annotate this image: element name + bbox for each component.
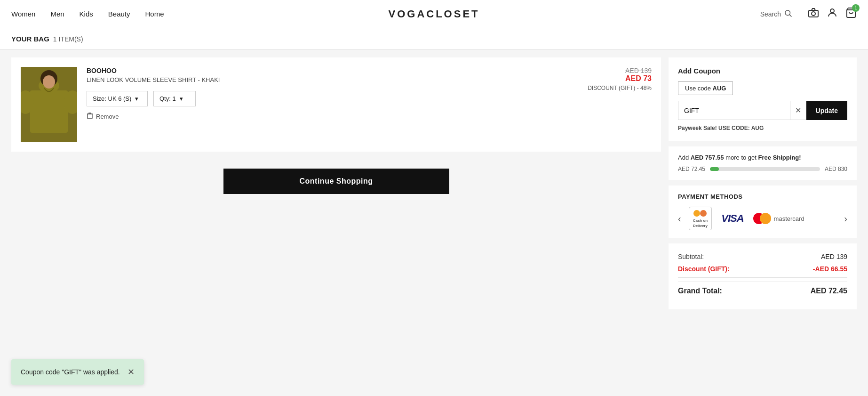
continue-shopping-area: Continue Shopping <box>11 159 661 203</box>
site-logo[interactable]: VOGACLOSET <box>388 8 479 20</box>
grand-total-label: Grand Total: <box>678 287 722 295</box>
svg-rect-8 <box>30 90 68 133</box>
bag-item-count: 1 ITEM(S) <box>53 35 83 43</box>
mastercard-logo: mastercard <box>753 213 804 224</box>
svg-point-14 <box>693 210 700 217</box>
product-brand: BOOHOO <box>87 67 567 74</box>
grand-total-value: AED 72.45 <box>811 287 847 295</box>
search-label: Search <box>760 10 781 18</box>
sale-price: AED 73 <box>576 74 652 83</box>
original-price: AED 139 <box>576 67 652 74</box>
payment-section: PAYMENT METHODS ‹ Cash on Delivery VISA <box>669 186 857 238</box>
product-image <box>21 67 77 142</box>
coupon-suggestion-box[interactable]: Use code AUG <box>678 81 733 95</box>
svg-point-0 <box>785 10 790 16</box>
coupon-input[interactable] <box>678 101 790 120</box>
summary-total-row: Grand Total: AED 72.45 <box>678 282 847 295</box>
visa-logo: VISA <box>721 212 743 225</box>
coupon-suggestion-code: AUG <box>713 85 726 92</box>
payment-methods-row: ‹ Cash on Delivery VISA <box>678 207 847 230</box>
shipping-progress-bar <box>710 167 820 171</box>
summary-subtotal-row: Subtotal: AED 139 <box>678 253 847 260</box>
camera-icon[interactable] <box>808 7 819 21</box>
payment-title: PAYMENT METHODS <box>678 193 847 200</box>
shipping-section: Add AED 757.55 more to get Free Shipping… <box>669 146 857 180</box>
cod-label: Cash on <box>693 218 708 223</box>
payment-logos: Cash on Delivery VISA mastercard <box>689 207 837 230</box>
remove-label: Remove <box>96 113 119 120</box>
nav-kids[interactable]: Kids <box>80 10 93 18</box>
nav-women[interactable]: Women <box>11 10 35 18</box>
main-nav: Women Men Kids Beauty Home <box>11 10 164 18</box>
coupon-section: Add Coupon Use code AUG ✕ Update Payweek… <box>669 57 857 141</box>
progress-max-label: AED 830 <box>825 166 847 172</box>
discount-badge: DISCOUNT (GIFT) - 48% <box>576 85 652 91</box>
main-content: BOOHOO LINEN LOOK VOLUME SLEEVE SHIRT - … <box>0 50 868 323</box>
cart-count: 1 <box>852 4 860 12</box>
product-name: LINEN LOOK VOLUME SLEEVE SHIRT - KHAKI <box>87 76 567 83</box>
svg-point-4 <box>830 9 834 13</box>
qty-select[interactable]: Qty: 1 ▾ <box>153 91 196 106</box>
shipping-message: Add AED 757.55 more to get Free Shipping… <box>678 154 847 161</box>
coupon-title: Add Coupon <box>678 67 847 75</box>
shipping-progress-fill <box>710 167 719 171</box>
search-icon <box>784 9 792 19</box>
svg-point-12 <box>43 75 55 89</box>
search-area[interactable]: Search <box>760 9 792 19</box>
payment-prev-button[interactable]: ‹ <box>678 213 681 224</box>
header: Women Men Kids Beauty Home VOGACLOSET Se… <box>0 0 868 28</box>
coupon-promo-code: AUG <box>751 125 764 131</box>
shipping-progress-row: AED 72.45 AED 830 <box>678 166 847 172</box>
header-actions: Search <box>760 7 857 21</box>
size-chevron-icon: ▾ <box>135 95 138 102</box>
subtotal-value: AED 139 <box>821 253 847 260</box>
qty-chevron-icon: ▾ <box>180 95 183 102</box>
coupon-input-row: ✕ Update <box>678 101 847 120</box>
product-details: BOOHOO LINEN LOOK VOLUME SLEEVE SHIRT - … <box>87 67 567 121</box>
discount-label: Discount (GIFT): <box>678 265 730 273</box>
coupon-suggestion[interactable]: Use code AUG <box>678 81 733 101</box>
size-label: Size: UK 6 (S) <box>93 95 131 102</box>
summary-separator <box>678 277 847 278</box>
cart-icon[interactable]: 1 <box>845 7 857 21</box>
cod-label2: Delivery <box>693 224 708 228</box>
header-divider <box>800 8 800 21</box>
bag-title-bar: YOUR BAG 1 ITEM(S) <box>0 28 868 50</box>
nav-beauty[interactable]: Beauty <box>108 10 130 18</box>
size-select[interactable]: Size: UK 6 (S) ▾ <box>87 91 148 106</box>
summary-discount-row: Discount (GIFT): -AED 66.55 <box>678 265 847 273</box>
coupon-update-button[interactable]: Update <box>806 101 847 120</box>
nav-men[interactable]: Men <box>50 10 64 18</box>
svg-point-3 <box>812 12 815 16</box>
trash-icon <box>87 112 93 121</box>
coupon-suggestion-text: Use code <box>685 85 713 92</box>
bag-title: YOUR BAG <box>11 35 49 43</box>
discount-value: -AED 66.55 <box>813 265 847 273</box>
cart-area: BOOHOO LINEN LOOK VOLUME SLEEVE SHIRT - … <box>11 57 661 315</box>
nav-home[interactable]: Home <box>145 10 164 18</box>
user-icon[interactable] <box>827 7 838 21</box>
mc-label: mastercard <box>774 215 804 222</box>
svg-point-15 <box>700 210 707 217</box>
coupon-promo: Payweek Sale! USE CODE: AUG <box>678 125 847 131</box>
svg-line-1 <box>789 15 791 16</box>
remove-button[interactable]: Remove <box>87 112 119 121</box>
cod-logo: Cash on Delivery <box>689 207 712 230</box>
product-price-area: AED 139 AED 73 DISCOUNT (GIFT) - 48% <box>576 67 652 91</box>
continue-shopping-button[interactable]: Continue Shopping <box>223 169 449 194</box>
coupon-clear-button[interactable]: ✕ <box>790 101 806 120</box>
subtotal-label: Subtotal: <box>678 253 704 260</box>
svg-rect-13 <box>88 114 92 119</box>
coupon-promo-text: Payweek Sale! USE CODE: <box>678 125 751 131</box>
product-selects: Size: UK 6 (S) ▾ Qty: 1 ▾ <box>87 91 567 106</box>
progress-min-label: AED 72.45 <box>678 166 705 172</box>
order-summary-section: Subtotal: AED 139 Discount (GIFT): -AED … <box>669 243 857 309</box>
qty-label: Qty: 1 <box>159 95 176 102</box>
payment-next-button[interactable]: › <box>844 213 847 224</box>
product-card: BOOHOO LINEN LOOK VOLUME SLEEVE SHIRT - … <box>11 57 661 152</box>
sidebar: Add Coupon Use code AUG ✕ Update Payweek… <box>669 57 857 315</box>
